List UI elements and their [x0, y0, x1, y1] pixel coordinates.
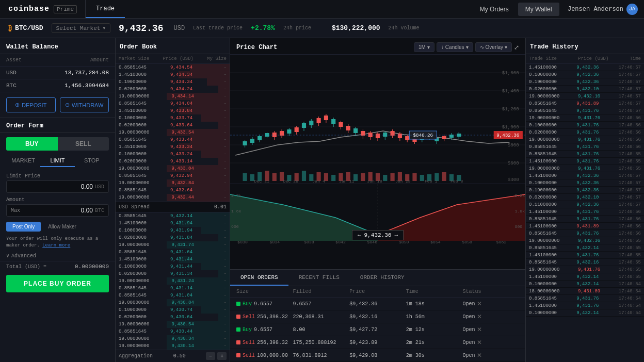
- order-book-bid-row[interactable]: 0.85851645 9,432.14 -: [116, 212, 230, 220]
- order-book-ask-row[interactable]: 1.45100000 9,433.34 -: [116, 143, 230, 151]
- limit-tab[interactable]: LIMIT: [40, 155, 74, 167]
- ask-my-size: -: [216, 94, 227, 99]
- order-book-bid-row[interactable]: 19.00000000 9,430.84 -: [116, 299, 230, 306]
- select-market-button[interactable]: Select Market ▾: [52, 23, 110, 33]
- close-order-button[interactable]: ✕: [477, 300, 482, 307]
- close-order-button[interactable]: ✕: [477, 313, 482, 320]
- order-book-ask-row[interactable]: 0.85851645 9,434.54 -: [116, 64, 230, 71]
- trade-history-row: 19.00000000 9,431.76 17:40:56: [526, 114, 644, 122]
- order-book-bid-row[interactable]: 0.02000000 9,431.34 -: [116, 270, 230, 277]
- order-book-bid-row[interactable]: 0.02000000 9,430.64 -: [116, 314, 230, 321]
- market-tab[interactable]: MARKET: [6, 155, 40, 167]
- order-book-bid-row[interactable]: 0.02000000 9,431.84 -: [116, 234, 230, 241]
- order-book: Order Book Market Size Price (USD) My Si…: [116, 38, 230, 362]
- order-book-ask-row[interactable]: 0.19000000 9,434.34 -: [116, 78, 230, 86]
- order-book-ask-row[interactable]: 0.85851645 9,433.44 -: [116, 136, 230, 143]
- ask-price: 9,434.04: [170, 101, 192, 106]
- trade-price: 9,431.76: [576, 144, 599, 150]
- open-order-row: Sell 256,398.32 220,368.31 $9,432.16 1h …: [230, 310, 525, 323]
- timeframe-button[interactable]: 1M ▾: [414, 42, 434, 52]
- expand-button[interactable]: ⤢: [514, 42, 519, 52]
- order-book-ask-row[interactable]: 19.00000000 9,434.14 -: [116, 93, 230, 100]
- open-orders-tab[interactable]: OPEN ORDERS: [230, 270, 288, 286]
- order-book-ask-row[interactable]: 0.02000000 9,434.24 -: [116, 86, 230, 93]
- withdraw-button[interactable]: ⊖ WITHDRAW: [60, 97, 109, 112]
- buy-tab[interactable]: BUY: [6, 137, 58, 151]
- side-badge: [236, 315, 240, 319]
- order-book-bid-row[interactable]: 0.85851645 9,429.94 -: [116, 350, 230, 350]
- my-wallet-button[interactable]: My Wallet: [518, 3, 559, 16]
- oo-col-status: Status: [462, 289, 519, 294]
- order-history-tab[interactable]: ORDER HISTORY: [350, 270, 415, 286]
- order-book-bid-row[interactable]: 0.85851645 9,431.64 -: [116, 249, 230, 256]
- pair-selector[interactable]: ₿ BTC/USD: [8, 24, 43, 32]
- ask-price: 9,434.24: [170, 87, 192, 92]
- my-orders-button[interactable]: My Orders: [473, 3, 516, 16]
- trade-size: 1.45100000: [529, 224, 557, 229]
- svg-text:$1,600: $1,600: [502, 70, 519, 76]
- order-book-ask-row[interactable]: 0.10000000 9,433.24 -: [116, 151, 230, 158]
- order-book-bid-row[interactable]: 19.00000000 9,431.24 -: [116, 277, 230, 285]
- close-order-button[interactable]: ✕: [477, 352, 482, 359]
- order-book-bid-row[interactable]: 19.00000000 9,430.14 -: [116, 342, 230, 350]
- order-book-bid-row[interactable]: 1.45100000 9,431.94 -: [116, 220, 230, 227]
- amount-unit: BTC: [95, 208, 104, 213]
- svg-text:Jan 18: Jan 18: [367, 179, 382, 184]
- order-book-ask-row[interactable]: 19.00000000 9,433.04 -: [116, 165, 230, 172]
- agg-minus-button[interactable]: −: [206, 352, 215, 360]
- order-book-ask-row[interactable]: 0.10000000 9,433.74 -: [116, 114, 230, 122]
- wallet-balance-title: Wallet Balance: [0, 38, 115, 54]
- order-book-bid-row[interactable]: 0.85851645 9,431.04 -: [116, 292, 230, 299]
- order-book-ask-row[interactable]: 0.85851645 9,432.64 -: [116, 187, 230, 194]
- order-book-ask-row[interactable]: 19.00000000 9,433.54 -: [116, 129, 230, 136]
- overlay-button[interactable]: ∿ Overlay ▾: [475, 42, 512, 52]
- order-status: Open ✕: [462, 326, 519, 333]
- bid-size: 0.85851645: [119, 286, 147, 291]
- order-book-ask-row[interactable]: 0.02000000 9,433.14 -: [116, 158, 230, 165]
- order-book-ask-row[interactable]: 0.85851645 9,432.94 -: [116, 172, 230, 179]
- post-only-button[interactable]: Post Only: [6, 222, 41, 232]
- order-book-bid-row[interactable]: 19.00000000 9,430.54 -: [116, 321, 230, 328]
- order-book-bid-row[interactable]: 1.45100000 9,431.44 -: [116, 256, 230, 263]
- order-book-bid-row[interactable]: 0.85851645 9,431.14 -: [116, 285, 230, 292]
- order-book-ask-row[interactable]: 0.85851645 9,432.40 -: [116, 201, 230, 202]
- limit-price-input[interactable]: [11, 183, 93, 190]
- close-order-button[interactable]: ✕: [477, 339, 482, 346]
- nav-tab-trade[interactable]: Trade: [86, 0, 125, 18]
- trade-time: 17:40:57: [619, 180, 641, 186]
- avatar: JA: [626, 4, 638, 15]
- order-book-ask-row[interactable]: 19.00000000 9,432.44 -: [116, 194, 230, 201]
- order-book-ask-row[interactable]: 1.45100000 9,434.34 -: [116, 71, 230, 78]
- deposit-button[interactable]: ⊕ DEPOSIT: [6, 97, 56, 112]
- stop-tab[interactable]: STOP: [75, 155, 109, 167]
- order-book-bid-row[interactable]: 0.85851645 9,430.44 -: [116, 328, 230, 335]
- order-book-bid-row[interactable]: 19.00000000 9,430.34 -: [116, 335, 230, 342]
- trade-price: 9,431.76: [576, 303, 599, 308]
- learn-more-link[interactable]: Learn more: [42, 243, 70, 248]
- order-book-bid-row[interactable]: 0.10000000 9,431.44 -: [116, 263, 230, 270]
- ask-size: 0.85851645: [119, 137, 147, 142]
- amount-input[interactable]: [22, 207, 93, 214]
- recent-fills-tab[interactable]: RECENT FILLS: [288, 270, 350, 286]
- usd-label: USD: [6, 70, 17, 76]
- place-buy-order-button[interactable]: PLACE BUY ORDER: [6, 275, 109, 292]
- trade-time: 17:40:56: [619, 116, 641, 121]
- order-book-ask-row[interactable]: 1.45100000 9,433.84 -: [116, 107, 230, 114]
- close-order-button[interactable]: ✕: [477, 326, 482, 333]
- bid-size: 1.45100000: [119, 257, 147, 262]
- advanced-row[interactable]: ∨ Advanced: [0, 251, 115, 261]
- order-book-ask-row[interactable]: 0.02000000 9,433.64 -: [116, 122, 230, 129]
- bid-price: 9,431.44: [170, 264, 192, 269]
- allow-maker-button[interactable]: Allow Maker: [44, 222, 80, 232]
- trade-history-row: 0.85851645 9,432.16 17:40:55: [526, 259, 644, 266]
- order-book-ask-row[interactable]: 0.85851645 9,434.04 -: [116, 100, 230, 107]
- order-book-ask-row[interactable]: 19.00000000 9,432.84 -: [116, 179, 230, 187]
- svg-text:$846.26: $846.26: [413, 133, 433, 138]
- order-book-bid-row[interactable]: 0.10000000 9,431.94 -: [116, 227, 230, 234]
- trade-history-row: 0.85851645 9,431.76 17:40:54: [526, 295, 644, 302]
- order-book-bid-row[interactable]: 0.10000000 9,430.74 -: [116, 306, 230, 314]
- sell-tab[interactable]: SELL: [58, 137, 109, 151]
- order-book-bid-row[interactable]: 19.00000000 9,431.74 -: [116, 241, 230, 249]
- agg-plus-button[interactable]: +: [217, 352, 227, 360]
- candles-button[interactable]: ⫶ Candles ▾: [437, 42, 473, 52]
